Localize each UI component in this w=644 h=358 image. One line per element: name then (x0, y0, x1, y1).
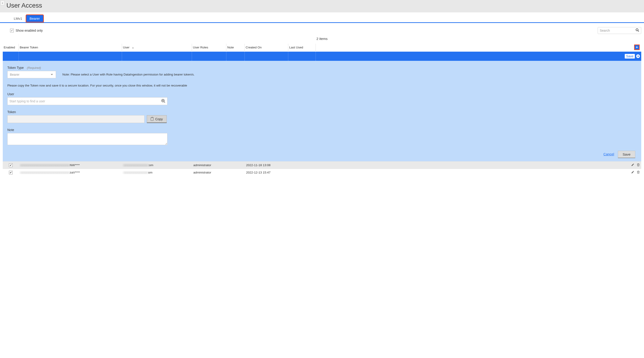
token-type-label: Token Type (7, 66, 24, 70)
cancel-button[interactable]: Cancel (604, 151, 614, 158)
user-input[interactable] (10, 99, 156, 103)
checkbox-icon: ✓ (10, 29, 14, 32)
cell-user: xxxxxxxxxxxxxxxx:om (122, 163, 192, 167)
cell-bearer-token: xxxxxxxxxxxxxxxxxxxxxxxxxxxxxxxxzaV**** (19, 171, 122, 174)
cell-user-roles: administrator (192, 171, 226, 174)
token-label: Token (7, 110, 637, 114)
table-body: ✔ xxxxxxxxxxxxxxxxxxxxxxxxxxxxxxxxNW****… (3, 161, 641, 176)
svg-line-5 (164, 102, 165, 103)
user-input-wrap[interactable] (7, 97, 168, 105)
security-warning: Please copy the Token now and save it to… (7, 84, 637, 87)
chevron-down-icon (50, 73, 54, 77)
col-enabled[interactable]: Enabled (3, 44, 19, 51)
cell-created-on: 2022-11-18 13:08 (245, 163, 288, 167)
col-actions: + (316, 43, 641, 52)
col-user[interactable]: User ▲ (122, 44, 192, 51)
col-user-label: User (123, 46, 130, 49)
filter-row: ✓ Show enabled only (0, 23, 644, 35)
items-count: 2 items (0, 35, 644, 43)
table-header-row: Enabled Bearer Token User ▲ User Roles N… (3, 43, 641, 52)
tabs-row: LMv1 Bearer (0, 15, 644, 23)
search-icon (636, 28, 639, 33)
back-button[interactable]: ‹ (0, 1, 4, 6)
show-enabled-only-checkbox[interactable]: ✓ Show enabled only (10, 29, 43, 32)
delete-icon[interactable] (637, 163, 640, 167)
tab-lmv1[interactable]: LMv1 (10, 15, 26, 22)
helper-note: Note: Please select a User with Role hav… (62, 73, 194, 76)
cell-user-roles: administrator (192, 163, 226, 167)
row-save-button[interactable]: Save (625, 54, 635, 59)
table-area: Enabled Bearer Token User ▲ User Roles N… (0, 43, 644, 176)
col-created-on[interactable]: Created On (245, 44, 288, 51)
search-input[interactable] (600, 29, 632, 32)
header-bar: User Access (0, 0, 644, 13)
cell-user: xxxxxxxxxxxxxxxxom (122, 171, 192, 174)
edit-icon[interactable] (631, 171, 634, 174)
show-enabled-only-label: Show enabled only (16, 29, 43, 32)
row-close-button[interactable]: ✕ (636, 54, 640, 58)
required-hint: (Required) (27, 66, 41, 70)
cell-bearer-token: xxxxxxxxxxxxxxxxxxxxxxxxxxxxxxxxNW**** (19, 163, 122, 167)
edit-icon[interactable] (631, 163, 634, 167)
copy-button[interactable]: Copy (147, 115, 167, 123)
new-token-form: Token Type (Required) Bearer Note: Pleas… (3, 61, 641, 161)
clipboard-icon (151, 118, 154, 121)
token-type-value: Bearer (10, 73, 20, 76)
redacted-text: xxxxxxxxxxxxxxxxxxxxxxxxxxxxxxxx (20, 163, 70, 167)
table-row[interactable]: ✔ xxxxxxxxxxxxxxxxxxxxxxxxxxxxxxxxNW****… (3, 161, 641, 169)
copy-label: Copy (155, 117, 163, 121)
col-note[interactable]: Note (226, 44, 245, 51)
page-title: User Access (6, 2, 42, 9)
enabled-checkbox[interactable]: ✔ (9, 163, 12, 167)
token-output (7, 115, 144, 123)
token-type-select[interactable]: Bearer (7, 71, 56, 78)
add-button[interactable]: + (634, 45, 640, 50)
svg-point-0 (636, 29, 638, 31)
note-label: Note (7, 128, 637, 132)
redacted-text: xxxxxxxxxxxxxxxxxxxxxxxxxxxxxxxx (20, 171, 70, 174)
user-label: User (7, 92, 637, 96)
zoom-search-icon[interactable] (161, 99, 165, 104)
sort-asc-icon: ▲ (132, 46, 134, 49)
table-row[interactable]: ✔ xxxxxxxxxxxxxxxxxxxxxxxxxxxxxxxxzaV***… (3, 169, 641, 176)
cell-created-on: 2022-12-13 15:47 (245, 171, 288, 174)
search-box[interactable] (598, 27, 641, 34)
note-textarea[interactable] (7, 133, 168, 145)
col-last-used[interactable]: Last Used (288, 44, 316, 51)
tab-bearer[interactable]: Bearer (26, 15, 44, 22)
redacted-text: xxxxxxxxxxxxxxxx (124, 163, 148, 167)
save-button[interactable]: Save (618, 151, 635, 158)
redacted-text: xxxxxxxxxxxxxxxx (124, 171, 148, 174)
delete-icon[interactable] (637, 171, 640, 174)
col-bearer-token[interactable]: Bearer Token (19, 44, 122, 51)
enabled-checkbox[interactable]: ✔ (9, 171, 12, 174)
svg-line-1 (638, 31, 639, 32)
new-row-bar: Save ✕ (3, 52, 641, 61)
col-user-roles[interactable]: User Roles (192, 44, 226, 51)
